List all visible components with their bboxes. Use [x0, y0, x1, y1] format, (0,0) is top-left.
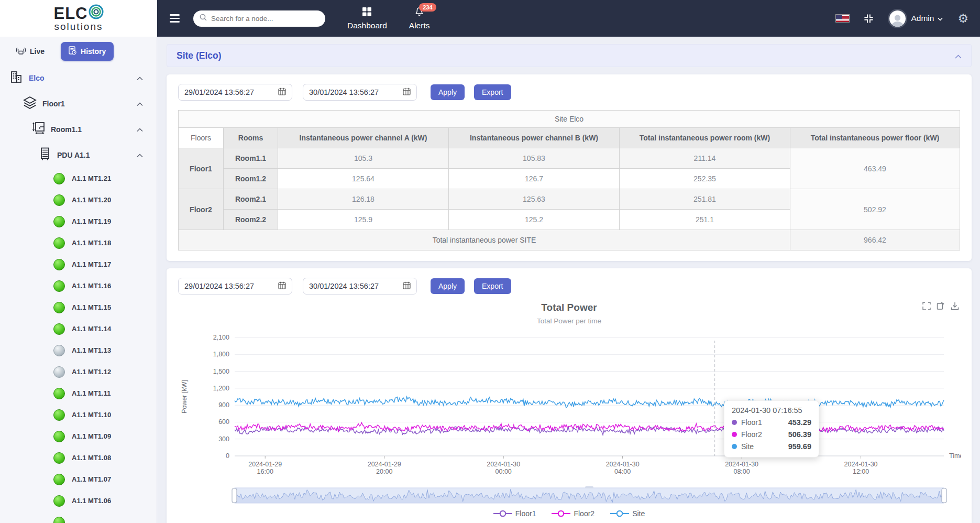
- meter-item[interactable]: A1.1 MT1.13: [0, 340, 157, 361]
- tree-node-pdu-a1-1[interactable]: PDU A1.1: [0, 142, 157, 168]
- tree-node-elco[interactable]: Elco: [0, 65, 157, 91]
- meter-item[interactable]: A1.1 MT1.08: [0, 447, 157, 468]
- meter-item[interactable]: A1.1 MT1.21: [0, 168, 157, 189]
- svg-text:2024-01-30: 2024-01-30: [844, 461, 878, 468]
- status-green-icon: [53, 173, 65, 184]
- table-row: Floor1Room1.1105.3105.83211.14463.49: [179, 148, 960, 169]
- menu-icon[interactable]: [170, 14, 180, 23]
- svg-text:600: 600: [218, 418, 229, 426]
- table-footer-row: Total instantaneous power SITE966.42: [179, 230, 960, 250]
- navbar-main: Dashboard 234 Alerts Admin ⚙: [157, 0, 980, 37]
- chevron-down-icon: [938, 14, 943, 23]
- meter-item[interactable]: A1.1 MT1.10: [0, 404, 157, 426]
- meter-item[interactable]: A1.1 MT1.16: [0, 275, 157, 297]
- brand-subtitle: solutions: [54, 21, 103, 32]
- site-panel-header[interactable]: Site (Elco): [167, 44, 972, 67]
- chevron-up-icon[interactable]: [137, 100, 143, 108]
- column-header: Total instantaneous power floor (kW): [790, 128, 960, 148]
- floor-total-cell: 502.92: [790, 189, 960, 230]
- room-cell: Room1.1: [224, 148, 278, 169]
- legend-item-floor1[interactable]: Floor1: [493, 509, 536, 518]
- legend-item-floor2[interactable]: Floor2: [552, 509, 594, 518]
- brand-logo[interactable]: ELC solutions: [0, 0, 157, 37]
- calendar-icon[interactable]: [278, 88, 286, 97]
- user-menu[interactable]: Admin: [888, 9, 943, 28]
- tree-node-floor1[interactable]: Floor1: [0, 91, 157, 116]
- meter-label: A1.1 MT1.19: [72, 217, 111, 225]
- to-date-value: 30/01/2024 13:56:27: [309, 282, 379, 290]
- meter-label: A1.1 MT1.09: [72, 432, 111, 440]
- meter-item[interactable]: A1.1 MT1.15: [0, 297, 157, 318]
- live-icon: [16, 47, 26, 56]
- series-line-site: [235, 397, 944, 408]
- table-from-date-input[interactable]: 29/01/2024 13:56:27: [178, 84, 292, 101]
- meter-item[interactable]: [0, 511, 157, 523]
- search-input[interactable]: [211, 15, 319, 23]
- meter-item[interactable]: A1.1 MT1.12: [0, 361, 157, 383]
- nav-dashboard[interactable]: Dashboard: [347, 7, 387, 30]
- room-total-cell: 251.1: [620, 210, 790, 230]
- table-title: Site Elco: [179, 111, 960, 128]
- series-dot-icon: [732, 420, 737, 425]
- column-header: Instantaneous power channel A (kW): [278, 128, 449, 148]
- chart-to-date-input[interactable]: 30/01/2024 13:56:27: [303, 278, 417, 295]
- svg-text:1,800: 1,800: [213, 351, 229, 358]
- tree-node-room1-1[interactable]: Room1.1: [0, 116, 157, 142]
- apply-button[interactable]: Apply: [431, 84, 465, 100]
- legend-item-site[interactable]: Site: [610, 509, 645, 518]
- export-button[interactable]: Export: [474, 84, 511, 100]
- tooltip-series-name: Site: [741, 442, 754, 451]
- panel-collapse-chevron-up-icon[interactable]: [955, 50, 962, 61]
- calendar-icon[interactable]: [403, 88, 411, 97]
- chart-from-date-input[interactable]: 29/01/2024 13:56:27: [178, 278, 292, 295]
- meter-item[interactable]: A1.1 MT1.06: [0, 490, 157, 511]
- site-total-cell: 966.42: [790, 230, 960, 250]
- chevron-up-icon[interactable]: [137, 125, 143, 134]
- status-green-icon: [53, 280, 65, 292]
- meter-item[interactable]: A1.1 MT1.18: [0, 232, 157, 254]
- room-cell: Room2.1: [224, 189, 278, 210]
- svg-text:2024-01-29: 2024-01-29: [248, 461, 282, 468]
- meter-item[interactable]: A1.1 MT1.20: [0, 189, 157, 211]
- apply-button[interactable]: Apply: [431, 278, 465, 294]
- tab-history[interactable]: History: [61, 42, 114, 61]
- save-image-icon[interactable]: [951, 302, 959, 312]
- calendar-icon[interactable]: [403, 281, 411, 291]
- compress-icon[interactable]: [863, 13, 874, 24]
- meter-item[interactable]: A1.1 MT1.11: [0, 383, 157, 404]
- meter-label: A1.1 MT1.17: [72, 260, 111, 268]
- chart-tooltip: 2024-01-30 07:16:55 Floor1453.29Floor250…: [724, 400, 819, 457]
- nav-alerts[interactable]: 234 Alerts: [409, 7, 430, 30]
- zoom-select-icon[interactable]: [922, 302, 931, 312]
- node-search[interactable]: [193, 10, 325, 27]
- meter-item[interactable]: A1.1 MT1.14: [0, 318, 157, 340]
- tab-live[interactable]: Live: [8, 42, 52, 60]
- us-flag-icon[interactable]: [835, 14, 850, 23]
- slider-right-handle[interactable]: [942, 488, 946, 503]
- svg-text:2024-01-30: 2024-01-30: [487, 461, 520, 468]
- chevron-up-icon[interactable]: [137, 74, 143, 82]
- gear-icon[interactable]: ⚙: [957, 13, 968, 25]
- dashboard-label: Dashboard: [347, 21, 387, 30]
- meter-item[interactable]: A1.1 MT1.19: [0, 211, 157, 232]
- datazoom-slider[interactable]: [178, 486, 961, 505]
- status-green-icon: [53, 431, 65, 442]
- tab-live-label: Live: [30, 47, 45, 56]
- export-button[interactable]: Export: [474, 278, 511, 294]
- meter-item[interactable]: A1.1 MT1.07: [0, 468, 157, 490]
- total-power-card: 29/01/2024 13:56:27 30/01/2024 13:56:27 …: [167, 268, 972, 523]
- chevron-up-icon[interactable]: [137, 151, 143, 159]
- total-power-line-chart[interactable]: 03006009001,2001,5001,8002,100Power [kW]…: [178, 327, 961, 479]
- status-green-icon: [53, 474, 65, 485]
- tooltip-series-value: 506.39: [788, 430, 811, 439]
- tooltip-timestamp: 2024-01-30 07:16:55: [732, 406, 811, 415]
- column-header: Rooms: [224, 128, 278, 148]
- meter-item[interactable]: A1.1 MT1.17: [0, 254, 157, 275]
- restore-icon[interactable]: [937, 302, 945, 312]
- site-total-label: Total instantaneous power SITE: [179, 230, 790, 250]
- tree-node-label: Floor1: [42, 100, 65, 108]
- calendar-icon[interactable]: [278, 281, 286, 291]
- meter-item[interactable]: A1.1 MT1.09: [0, 426, 157, 447]
- table-to-date-input[interactable]: 30/01/2024 13:56:27: [303, 84, 417, 101]
- slider-left-handle[interactable]: [232, 488, 237, 503]
